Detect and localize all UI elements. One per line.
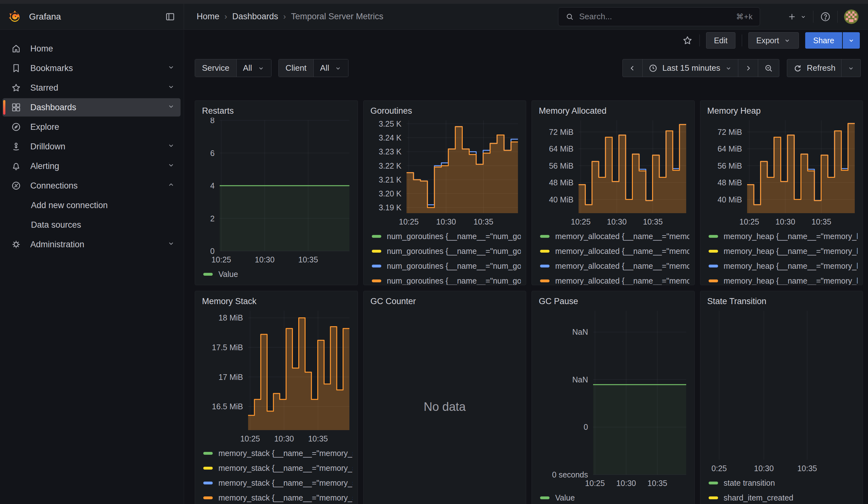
share-button[interactable]: Share (805, 32, 842, 49)
sidebar-item-dashboards[interactable]: Dashboards (2, 98, 180, 116)
export-button[interactable]: Export (748, 32, 799, 49)
legend-item[interactable]: memory_stack {__name__="memory_s (200, 475, 353, 491)
legend-series-swatch (709, 496, 718, 499)
y-tick-label: 64 MiB (549, 144, 574, 153)
service-variable-dropdown[interactable]: Service All (195, 59, 271, 77)
sidebar-item-home[interactable]: Home (2, 40, 180, 58)
x-tick-label: 10:35 (308, 434, 328, 443)
panel-title[interactable]: Goroutines (369, 104, 521, 118)
legend-item[interactable]: num_goroutines {__name__="num_go (369, 229, 521, 244)
chevron-down-icon (334, 64, 342, 72)
chart-plot-area[interactable]: 40 MiB48 MiB56 MiB64 MiB72 MiB10:2510:30… (537, 118, 689, 228)
legend-series-label: memory_heap {__name__="memory_h (724, 261, 858, 271)
x-tick-label: 10:30 (775, 217, 795, 226)
sidebar-item-data-sources[interactable]: Data sources (2, 216, 180, 234)
grafana-logo-icon[interactable] (8, 10, 22, 24)
chart-plot-area[interactable]: 3.19 K3.20 K3.21 K3.22 K3.23 K3.24 K3.25… (369, 118, 521, 228)
chart-plot-area[interactable]: 0 seconds0NaNNaN10:2510:3010:35 (537, 308, 689, 489)
gear-icon (11, 239, 21, 250)
legend-item[interactable]: memory_allocated {__name__="memc (537, 259, 689, 274)
refresh-icon (793, 63, 802, 73)
add-new-button[interactable] (787, 12, 807, 21)
client-variable-dropdown[interactable]: Client All (278, 59, 349, 77)
panel-gc-pause: GC Pause0 seconds0NaNNaN10:2510:3010:35V… (531, 291, 695, 504)
chart-plot-area[interactable]: 16.5 MiB17 MiB17.5 MiB18 MiB10:2510:3010… (200, 308, 353, 445)
help-icon[interactable] (820, 11, 831, 22)
search-input[interactable]: ⌘+k (558, 7, 760, 26)
legend-item[interactable]: memory_stack {__name__="memory_s (200, 446, 353, 461)
legend-item[interactable]: memory_allocated {__name__="memc (537, 229, 689, 244)
sidebar-item-starred[interactable]: Starred (2, 79, 180, 97)
time-range-picker[interactable]: Last 15 minutes (643, 59, 738, 77)
sidebar-item-explore[interactable]: Explore (2, 118, 180, 136)
legend-item[interactable]: state transition (705, 475, 858, 491)
sidebar-item-drilldown[interactable]: Drilldown (2, 137, 180, 156)
refresh-button[interactable]: Refresh (787, 59, 841, 77)
y-tick-label: 48 MiB (717, 178, 742, 187)
panel-title[interactable]: GC Counter (369, 294, 521, 308)
time-shift-forward-button[interactable] (738, 59, 758, 77)
chevron-down-icon (783, 37, 791, 44)
refresh-interval-dropdown[interactable] (841, 59, 860, 77)
chart-plot-area[interactable]: 0246810:2510:3010:35 (200, 118, 353, 266)
sidebar-item-label: Starred (30, 83, 167, 93)
clock-icon (648, 63, 658, 73)
panel-title[interactable]: Memory Heap (705, 104, 858, 118)
client-variable-label: Client (279, 59, 314, 77)
x-tick-label: 10:35 (643, 217, 663, 226)
nav-left-section: Grafana (0, 4, 184, 29)
sidebar-item-add-new-connection[interactable]: Add new connection (2, 196, 180, 214)
legend-item[interactable]: Value (537, 491, 689, 504)
edit-button[interactable]: Edit (706, 32, 735, 49)
panel-title[interactable]: GC Pause (537, 294, 689, 308)
legend-item[interactable]: memory_allocated {__name__="memc (537, 274, 689, 285)
nav-actions (787, 10, 859, 24)
legend-series-swatch (540, 496, 549, 499)
panel-title[interactable]: State Transition (705, 294, 858, 308)
share-dropdown-button[interactable] (843, 32, 860, 49)
zoom-out-time-button[interactable] (758, 59, 779, 77)
sidebar-toggle-icon[interactable] (165, 11, 175, 22)
legend-item[interactable]: memory_stack {__name__="memory_s (200, 461, 353, 475)
legend-item[interactable]: memory_heap {__name__="memory_h (705, 244, 858, 259)
chart-plot-area[interactable]: 40 MiB48 MiB56 MiB64 MiB72 MiB10:2510:30… (705, 118, 858, 228)
sidebar-item-administration[interactable]: Administration (2, 235, 180, 254)
client-variable-value: All (320, 63, 329, 73)
x-tick-label: 10:25 (211, 255, 231, 264)
legend-item[interactable]: memory_heap {__name__="memory_h (705, 259, 858, 274)
legend-item[interactable]: Value (200, 267, 353, 282)
y-tick-label: 3.21 K (379, 175, 402, 184)
legend-series-label: num_goroutines {__name__="num_go (387, 247, 521, 256)
legend-series-label: num_goroutines {__name__="num_go (387, 261, 521, 271)
time-shift-back-button[interactable] (623, 59, 643, 77)
legend-item[interactable]: memory_stack {__name__="memory_s (200, 491, 353, 504)
legend-item[interactable]: num_goroutines {__name__="num_go (369, 274, 521, 285)
panel-title[interactable]: Memory Stack (200, 294, 353, 308)
panel-title[interactable]: Memory Allocated (537, 104, 689, 118)
user-avatar[interactable] (844, 10, 859, 24)
legend-item[interactable]: memory_heap {__name__="memory_h (705, 229, 858, 244)
star-dashboard-icon[interactable] (682, 35, 693, 46)
legend-series-label: memory_allocated {__name__="memc (555, 276, 689, 285)
breadcrumb-dashboards[interactable]: Dashboards (232, 12, 278, 21)
legend-item[interactable]: num_goroutines {__name__="num_go (369, 259, 521, 274)
search-field[interactable] (579, 12, 731, 21)
legend-item[interactable]: num_goroutines {__name__="num_go (369, 244, 521, 259)
sidebar-item-alerting[interactable]: Alerting (2, 157, 180, 175)
legend-series-label: state transition (724, 479, 775, 487)
sidebar-item-bookmarks[interactable]: Bookmarks (2, 59, 180, 78)
y-tick-label: 3.24 K (379, 133, 402, 142)
legend-item[interactable]: memory_heap {__name__="memory_h (705, 274, 858, 285)
panel-memory-stack: Memory Stack16.5 MiB17 MiB17.5 MiB18 MiB… (195, 291, 358, 504)
legend-series-swatch (203, 452, 213, 455)
chart-plot-area[interactable]: 0:2510:3010:35 (705, 308, 858, 474)
legend-item[interactable]: memory_allocated {__name__="memc (537, 244, 689, 259)
panel-title[interactable]: Restarts (200, 104, 353, 118)
x-tick-label: 10:35 (812, 217, 831, 226)
sidebar-item-connections[interactable]: Connections (2, 176, 180, 195)
chevron-down-icon (167, 63, 175, 71)
empty-chart-area[interactable]: No data (369, 308, 521, 504)
breadcrumb-separator: › (283, 12, 286, 21)
legend-item[interactable]: shard_item_created (705, 491, 858, 504)
breadcrumb-home[interactable]: Home (197, 12, 219, 21)
